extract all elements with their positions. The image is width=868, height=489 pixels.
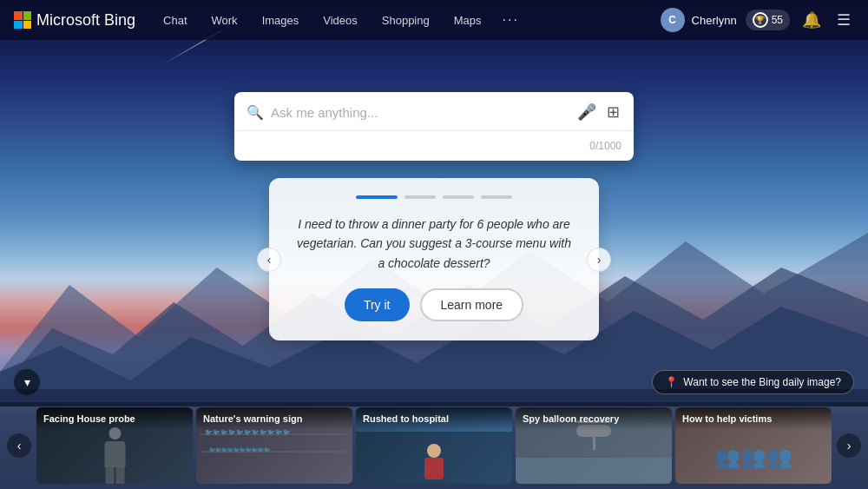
user-name: Cherlynn	[692, 14, 737, 27]
news-card-4-label: Spy balloon recovery	[516, 407, 672, 430]
carousel-dot-4[interactable]	[481, 195, 512, 199]
search-input[interactable]	[271, 105, 569, 120]
news-strip: ‹ Facing House probe 🐦🐦🐦🐦🐦🐦🐦�	[0, 402, 868, 489]
daily-image-label: Want to see the Bing daily image?	[683, 376, 841, 388]
camera-search-button[interactable]: ⊞	[605, 101, 621, 123]
news-card-2-label: Nature's warning sign	[196, 407, 352, 430]
reward-badge[interactable]: 🏆 55	[746, 10, 790, 30]
user-info[interactable]: C Cherlynn	[661, 8, 737, 32]
bottom-section: ▾ 📍 Want to see the Bing daily image? ‹ …	[0, 362, 868, 489]
news-card-2[interactable]: 🐦🐦🐦🐦🐦🐦🐦🐦🐦🐦🐦 🐦🐦🐦🐦🐦🐦🐦🐦🐦🐦 Nature's warning …	[196, 407, 352, 484]
card3-figure	[424, 444, 444, 479]
collapse-icon: ▾	[24, 375, 30, 389]
carousel-prev-button[interactable]: ‹	[257, 248, 281, 272]
news-cards: Facing House probe 🐦🐦🐦🐦🐦🐦🐦🐦🐦🐦🐦 🐦🐦🐦🐦🐦🐦🐦🐦🐦…	[36, 407, 832, 484]
daily-image-button[interactable]: 📍 Want to see the Bing daily image?	[652, 370, 854, 394]
water	[516, 458, 672, 484]
search-row: 🔍 🎤 ⊞	[247, 101, 621, 123]
brand-name: Microsoft Bing	[36, 11, 135, 30]
try-it-button[interactable]: Try it	[345, 288, 410, 321]
nav-chat[interactable]: Chat	[153, 7, 197, 34]
carousel-next-button[interactable]: ›	[587, 248, 611, 272]
carousel-card: ‹ › I need to throw a dinner party for 6…	[269, 178, 599, 340]
char-count-label: 0/1000	[589, 140, 621, 152]
search-box: 🔍 🎤 ⊞ 0/1000	[234, 92, 634, 161]
news-card-5-label: How to help victims	[675, 407, 832, 430]
nav-shopping[interactable]: Shopping	[372, 7, 440, 34]
main-content: 🔍 🎤 ⊞ 0/1000 ‹ › I need to throw a dinne…	[0, 40, 868, 340]
navbar: Microsoft Bing Chat Work Images Videos S…	[0, 0, 868, 40]
search-divider	[234, 130, 634, 131]
news-card-5[interactable]: 👥👥👥 How to help victims	[675, 407, 832, 484]
reward-points: 55	[772, 14, 783, 26]
avatar: C	[661, 8, 685, 32]
news-card-4[interactable]: Spy balloon recovery	[516, 407, 672, 484]
news-next-button[interactable]: ›	[837, 433, 861, 458]
more-nav-icon[interactable]: ···	[496, 5, 526, 35]
carousel-actions: Try it Learn more	[295, 288, 573, 321]
nav-images[interactable]: Images	[252, 7, 310, 34]
carousel-dot-2[interactable]	[404, 195, 436, 199]
bottom-toolbar: ▾ 📍 Want to see the Bing daily image?	[0, 362, 868, 402]
location-icon: 📍	[665, 376, 678, 388]
news-card-1[interactable]: Facing House probe	[36, 407, 193, 484]
card1-figure	[100, 427, 130, 484]
news-card-1-label: Facing House probe	[36, 407, 193, 430]
crowd: 👥👥👥	[675, 436, 832, 484]
carousel-dot-1[interactable]	[356, 195, 398, 199]
search-icon: 🔍	[247, 104, 264, 121]
news-card-3[interactable]: Rushed to hospital	[356, 407, 512, 484]
nav-work[interactable]: Work	[201, 7, 248, 34]
reward-icon: 🏆	[753, 12, 768, 28]
carousel-prompt: I need to throw a dinner party for 6 peo…	[295, 215, 573, 273]
microphone-button[interactable]: 🎤	[575, 101, 598, 123]
learn-more-button[interactable]: Learn more	[420, 288, 524, 321]
collapse-button[interactable]: ▾	[14, 369, 40, 395]
carousel-dot-3[interactable]	[443, 195, 474, 199]
carousel-dots	[295, 195, 573, 199]
news-card-3-label: Rushed to hospital	[356, 407, 512, 430]
nav-maps[interactable]: Maps	[444, 7, 492, 34]
char-count: 0/1000	[247, 138, 621, 152]
logo[interactable]: Microsoft Bing	[14, 11, 135, 30]
nav-videos[interactable]: Videos	[312, 7, 368, 34]
news-prev-button[interactable]: ‹	[7, 433, 31, 458]
nav-right: C Cherlynn 🏆 55 🔔 ☰	[661, 7, 854, 33]
hamburger-menu-button[interactable]: ☰	[833, 7, 854, 33]
nav-links: Chat Work Images Videos Shopping Maps ··…	[153, 5, 661, 35]
notifications-button[interactable]: 🔔	[799, 7, 825, 33]
microsoft-logo-icon	[14, 11, 31, 29]
